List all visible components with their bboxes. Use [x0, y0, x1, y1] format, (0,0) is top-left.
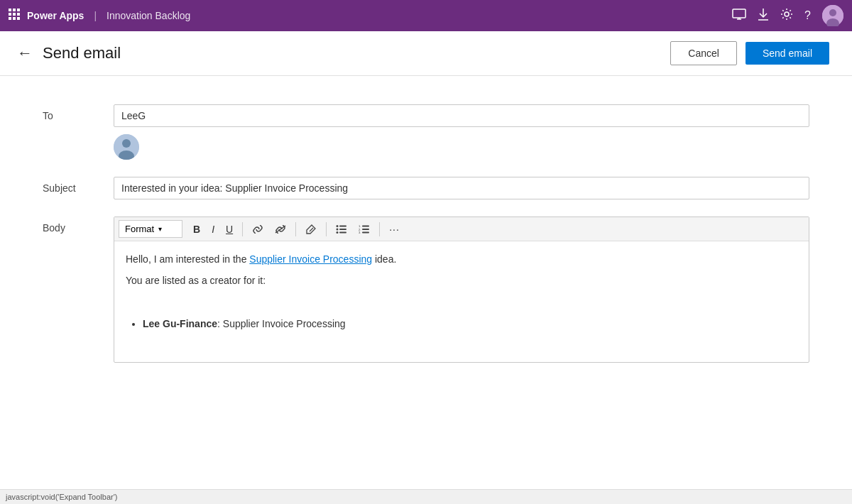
status-bar: javascript:void('Expand Toolbar')	[0, 489, 852, 504]
to-row: To	[43, 104, 809, 160]
body-line-2: You are listed as a creator for it:	[126, 273, 797, 288]
svg-point-27	[337, 231, 339, 234]
svg-rect-28	[339, 231, 346, 233]
svg-point-14	[785, 12, 789, 16]
subject-row: Subject	[43, 177, 809, 199]
svg-rect-7	[13, 17, 16, 20]
highlight-button[interactable]	[300, 221, 322, 238]
svg-point-25	[337, 228, 339, 230]
bold-button[interactable]: B	[188, 221, 205, 238]
to-label: To	[43, 104, 114, 121]
body-after-link: idea.	[372, 253, 396, 265]
body-list-item: Lee Gu-Finance: Supplier Invoice Process…	[143, 316, 797, 332]
numbered-list-button[interactable]: 1. 2. 3.	[354, 221, 375, 237]
svg-rect-0	[9, 9, 11, 11]
grid-icon[interactable]	[9, 9, 20, 23]
toolbar-divider-4	[379, 222, 380, 236]
editor-content-area[interactable]: Hello, I am interested in the Supplier I…	[114, 241, 809, 362]
header-bar: ← Send email Cancel Send email	[0, 31, 852, 76]
unlink-button[interactable]	[270, 222, 291, 236]
topbar: Power Apps | Innovation Backlog ?	[0, 0, 852, 31]
underline-button[interactable]: U	[221, 221, 238, 238]
body-line-1: Hello, I am interested in the Supplier I…	[126, 251, 797, 267]
app-name: Power Apps	[27, 10, 84, 21]
monitor-icon[interactable]	[732, 9, 746, 23]
body-label: Body	[43, 217, 114, 234]
more-options-button[interactable]: ···	[384, 221, 405, 238]
svg-point-23	[337, 225, 339, 227]
list-item-rest: : Supplier Invoice Processing	[217, 318, 346, 329]
form-area: To Subject Body	[0, 76, 852, 391]
subject-label: Subject	[43, 177, 114, 194]
settings-icon[interactable]	[780, 8, 793, 23]
toolbar-divider-3	[326, 222, 327, 236]
to-field-container	[114, 104, 809, 160]
italic-button[interactable]: I	[207, 221, 219, 238]
svg-rect-1	[13, 9, 16, 11]
list-item-bold: Lee Gu-Finance	[143, 318, 217, 329]
recipient-avatar	[114, 134, 139, 160]
svg-point-16	[829, 9, 836, 16]
format-dropdown[interactable]: Format ▾	[119, 220, 182, 238]
svg-rect-6	[9, 17, 11, 20]
back-button[interactable]: ←	[17, 45, 33, 61]
bullet-list-button[interactable]	[331, 221, 352, 237]
svg-rect-9	[733, 9, 746, 18]
topbar-right: ?	[732, 5, 843, 26]
svg-rect-24	[339, 225, 346, 226]
user-avatar-topbar[interactable]	[822, 5, 843, 26]
svg-rect-32	[362, 229, 369, 230]
svg-point-19	[122, 139, 131, 148]
editor-toolbar: Format ▾ B I U	[114, 217, 809, 241]
format-label: Format	[125, 224, 154, 234]
svg-rect-4	[13, 13, 16, 16]
header-left: ← Send email	[17, 44, 121, 62]
svg-rect-2	[17, 9, 20, 11]
body-spacer	[126, 295, 797, 310]
body-row: Body Format ▾ B I U	[43, 217, 809, 363]
email-editor: Format ▾ B I U	[114, 217, 809, 363]
svg-rect-30	[362, 225, 369, 226]
svg-rect-26	[339, 229, 346, 230]
svg-rect-8	[17, 17, 20, 20]
svg-rect-3	[9, 13, 11, 16]
format-chevron-icon: ▾	[158, 225, 162, 233]
toolbar-divider-1	[242, 222, 243, 236]
svg-rect-34	[362, 231, 369, 233]
body-field-container: Format ▾ B I U	[114, 217, 809, 363]
toolbar-divider-2	[295, 222, 296, 236]
download-icon[interactable]	[758, 8, 769, 23]
cancel-button[interactable]: Cancel	[670, 41, 737, 65]
header-right: Cancel Send email	[670, 41, 829, 65]
topbar-left: Power Apps | Innovation Backlog	[9, 9, 190, 23]
link-button[interactable]	[247, 222, 268, 236]
topbar-page-name: Innovation Backlog	[106, 10, 190, 21]
topbar-separator: |	[94, 10, 97, 21]
page-title: Send email	[43, 44, 121, 62]
svg-rect-5	[17, 13, 20, 16]
supplier-invoice-link[interactable]: Supplier Invoice Processing	[249, 253, 372, 265]
svg-text:3.: 3.	[359, 231, 361, 234]
subject-input[interactable]	[114, 177, 809, 199]
send-email-button[interactable]: Send email	[746, 42, 829, 65]
recipient-avatar-row	[114, 134, 809, 160]
to-input[interactable]	[114, 104, 809, 127]
status-text: javascript:void('Expand Toolbar')	[6, 493, 117, 501]
body-list: Lee Gu-Finance: Supplier Invoice Process…	[143, 316, 797, 332]
subject-field-container	[114, 177, 809, 199]
body-intro: Hello, I am interested in the	[126, 253, 249, 265]
help-icon[interactable]: ?	[804, 9, 811, 22]
